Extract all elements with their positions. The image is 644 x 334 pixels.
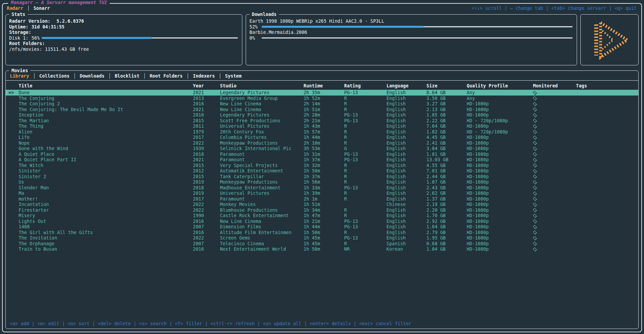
table-row[interactable]: Nope 2022 Monkeypaw Productions 2h 10m R… — [6, 140, 638, 146]
movie-language-cell: English — [386, 185, 426, 191]
movie-rating-cell: R — [344, 241, 386, 247]
tab-indexers[interactable]: Indexers — [193, 73, 215, 79]
table-row[interactable]: The Conjuring: The Devil Made Me Do It 2… — [6, 107, 638, 112]
table-row[interactable]: The Thing 2011 Universal Pictures 1h 43m… — [6, 123, 638, 129]
movie-title-cell: 1408 — [19, 224, 193, 230]
table-row[interactable]: Ma 2019 Universal Pictures 1h 39m R Engl… — [6, 190, 638, 196]
movie-studio-cell: Tank Caterpillar — [220, 174, 304, 180]
table-row[interactable]: Slender Man 2018 Madhouse Entertainment … — [6, 185, 638, 191]
movie-language-cell: English — [386, 118, 426, 124]
table-row[interactable]: Alien 1979 20th Century Fox 1h 57m R Eng… — [6, 129, 638, 135]
storage-label: Storage: — [9, 29, 31, 35]
table-row[interactable]: mother! 2017 Paramount 2h 1m R English 1… — [6, 196, 638, 202]
table-row[interactable]: Firestarter 2022 Blumhouse Productions 1… — [6, 207, 638, 213]
bookmark-icon — [533, 218, 538, 224]
download-percent: 0% — [249, 35, 260, 41]
table-row[interactable]: => Dune 2021 Legendary Pictures 2h 35m P… — [6, 90, 638, 96]
bookmark-icon — [533, 224, 538, 229]
movie-size-cell: 2.62 GB — [426, 190, 467, 196]
table-row[interactable]: Sinister 2012 Automatik Entertainment 1h… — [6, 168, 638, 174]
tab-downloads[interactable]: Downloads — [80, 73, 105, 79]
table-row[interactable]: Gone with the Wind 1939 Selznick Interna… — [6, 146, 638, 151]
table-row[interactable]: Misery 1990 Castle Rock Entertainment 1h… — [6, 213, 638, 218]
tab-collections[interactable]: Collections — [39, 73, 69, 79]
movie-quality-profile-cell: HD-1080p — [467, 241, 533, 247]
movie-rating-cell: R — [344, 230, 386, 235]
tab-blocklist[interactable]: Blocklist — [115, 73, 139, 79]
movie-monitored-cell — [533, 140, 576, 146]
movie-monitored-cell — [533, 202, 576, 207]
bookmark-icon — [533, 118, 538, 123]
table-row[interactable]: Inception 2010 Legendary Pictures 2h 28m… — [6, 112, 638, 118]
col-size: Size — [426, 83, 467, 88]
movie-monitored-cell — [533, 129, 576, 135]
disk-progress-bar — [42, 37, 238, 39]
movie-year-cell: 2022 — [193, 202, 220, 207]
movie-quality-profile-cell: HD-1080p — [467, 213, 533, 218]
movie-runtime-cell: 1h 44m — [304, 134, 344, 140]
movie-monitored-cell — [533, 218, 576, 224]
table-row[interactable]: Train to Busan 2016 Next Entertainment W… — [6, 246, 638, 252]
movie-year-cell: 2022 — [193, 140, 220, 146]
movie-rating-cell: R — [344, 107, 386, 112]
movie-quality-profile-cell: HD-1080p — [467, 123, 533, 129]
tab-separator: │ — [27, 5, 30, 11]
disk-line: Disk 1: 56% — [9, 35, 239, 41]
table-row[interactable]: Lights Out 2016 New Line Cinema 1h 21m P… — [6, 218, 638, 224]
movie-language-cell: English — [386, 101, 426, 107]
movie-runtime-cell: 2h 21m — [304, 118, 344, 124]
movie-runtime-cell: 1h 44m — [304, 224, 344, 230]
movie-size-cell: 3.50 GB — [426, 96, 467, 101]
bookmark-icon — [533, 101, 538, 106]
table-row[interactable]: Us 2019 Monkeypaw Productions 1h 56m R E… — [6, 179, 638, 185]
movie-size-cell: 4.55 GB — [426, 163, 467, 168]
tab-system[interactable]: System — [225, 73, 242, 79]
uptime-value: 31d 04:31:55 — [31, 24, 65, 30]
movie-runtime-cell: 1h 51m — [304, 202, 344, 207]
table-row[interactable]: A Quiet Place Part II 2021 Paramount 1h … — [6, 157, 638, 163]
movie-runtime-cell: 1h 32m — [304, 163, 344, 168]
movie-monitored-cell — [533, 235, 576, 241]
movie-rating-cell: PG-13 — [344, 185, 386, 191]
servarr-tab-radarr[interactable]: Radarr — [7, 5, 23, 11]
app-window: { "ui": { "tab_separator": "│", "selecti… — [0, 0, 644, 334]
table-row[interactable]: The Orphanage 2007 Telecinco Cinema 1h 4… — [6, 241, 638, 247]
tab-separator: │ — [108, 73, 111, 79]
table-row[interactable]: The Girl with All the Gifts 2016 Altitud… — [6, 230, 638, 235]
table-header: Title Year Studio Runtime Rating Languag… — [6, 81, 638, 90]
tab-root-folders[interactable]: Root Folders — [150, 73, 183, 79]
movie-language-cell: English — [386, 168, 426, 174]
movie-language-cell: English — [386, 134, 426, 140]
movie-title-cell: Lights Out — [19, 218, 193, 224]
tab-library[interactable]: Library — [10, 73, 29, 79]
servarr-tab-sonarr[interactable]: Sonarr — [34, 5, 50, 11]
movie-title-cell: Firestarter — [19, 207, 193, 213]
movie-runtime-cell: 2h 10m — [304, 140, 344, 146]
table-row[interactable]: A Quiet Place 2018 Paramount 1h 31m PG-1… — [6, 151, 638, 157]
table-row[interactable]: The Invitation 2022 Screen Gems 1h 45m P… — [6, 235, 638, 241]
movie-size-cell: 2.79 GB — [426, 230, 467, 235]
movie-language-cell: Korean — [386, 246, 426, 252]
movie-quality-profile-cell: HD-1080p — [467, 202, 533, 207]
table-row[interactable]: The Conjuring 2 2016 New Line Cinema 2h … — [6, 101, 638, 107]
movie-size-cell: 2.19 GB — [426, 202, 467, 207]
table-row[interactable]: The Witch 2015 Very Special Projects 1h … — [6, 163, 638, 168]
table-row[interactable]: The Martian 2015 Scott Free Productions … — [6, 118, 638, 124]
movie-monitored-cell — [533, 207, 576, 213]
movie-title-cell: The Martian — [19, 118, 193, 124]
table-row[interactable]: Life 2017 Columbia Pictures 1h 44m R Eng… — [6, 134, 638, 140]
movie-size-cell: 2.20 GB — [426, 207, 467, 213]
movie-runtime-cell: 1h 45m — [304, 235, 344, 241]
movie-language-cell: English — [386, 96, 426, 101]
table-row[interactable]: 1408 2007 Dimension Films 1h 44m PG-13 E… — [6, 224, 638, 230]
table-row[interactable]: Sinister 2 2015 Tank Caterpillar 1h 37m … — [6, 174, 638, 180]
movie-language-cell: English — [386, 163, 426, 168]
table-row[interactable]: The Conjuring 2013 Evergreen Media Group… — [6, 96, 638, 101]
table-row[interactable]: Incantation 2022 Monkey Movies 1h 51m Ch… — [6, 202, 638, 207]
movie-title-cell: Nope — [19, 140, 193, 146]
movie-year-cell: 2012 — [193, 168, 220, 174]
movie-studio-cell: Paramount — [220, 157, 304, 163]
bookmark-icon — [533, 235, 538, 241]
movie-year-cell: 2007 — [193, 241, 220, 247]
tab-separator: │ — [143, 73, 146, 79]
